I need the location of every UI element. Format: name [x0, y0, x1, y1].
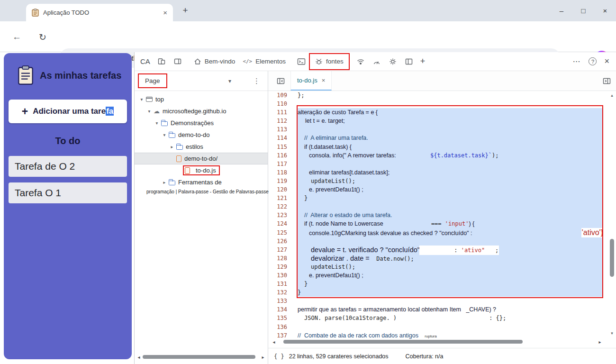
editor-vertical-scrollbar[interactable]: ▴ ▾	[609, 93, 615, 336]
tab-sources[interactable]: fontes	[315, 58, 344, 65]
code-line-126[interactable]	[298, 237, 603, 246]
code-line-133[interactable]	[298, 297, 603, 305]
code-line-123[interactable]: // Alterar o estado de uma tarefa.	[298, 211, 603, 219]
close-button[interactable]: ×	[594, 0, 616, 21]
code-line-115[interactable]: if (t.dataset.task) {	[298, 143, 603, 151]
tree-item-demo-to-do[interactable]: ▾demo-to-do	[135, 129, 268, 141]
code-line-131[interactable]: }	[298, 280, 603, 288]
scrollbar-thumb[interactable]	[143, 355, 255, 359]
scroll-left-icon[interactable]: ◂	[271, 339, 277, 345]
code-segment: if (t.dataset.task) {	[304, 143, 352, 151]
code-line-125[interactable]: console.10gCMarking task devalue as chec…	[298, 228, 603, 237]
tree-item-microsoftedge-github-io[interactable]: ▾☁microsoftedge.github.io	[135, 105, 268, 117]
navigator-horizontal-scrollbar[interactable]: ◂ ▸	[136, 353, 266, 361]
line-number: 118	[268, 168, 287, 177]
devtools-more-icon[interactable]: ⋯	[572, 57, 580, 66]
chevron-down-icon[interactable]: ▾	[138, 97, 145, 102]
tab-page[interactable]: Page	[139, 74, 166, 87]
more-options-icon[interactable]: ⋮	[253, 77, 260, 85]
devtools-close-icon[interactable]: ×	[604, 56, 609, 66]
browser-tab[interactable]: Aplicação TODO ×	[26, 4, 173, 21]
maximize-button[interactable]: □	[572, 0, 594, 21]
console-drawer-icon[interactable]	[297, 58, 306, 65]
help-icon[interactable]: ?	[589, 57, 597, 65]
network-icon[interactable]	[357, 58, 364, 65]
code-line-120[interactable]: e. preventDefau1t() ;	[298, 185, 603, 194]
task-item[interactable]: Tarefa de O 2	[9, 156, 127, 177]
tree-item-estilos[interactable]: ▸estilos	[135, 141, 268, 153]
code-line-134[interactable]: permitir que as tarefas = armazenamento …	[298, 305, 603, 314]
code-line-135[interactable]: JSON. parse(10ca1Storage. ) : {};	[298, 314, 603, 322]
more-tabs-icon[interactable]: +	[420, 56, 426, 66]
minimize-button[interactable]: –	[551, 0, 572, 21]
settings-gear-icon[interactable]	[389, 58, 397, 65]
scrollbar-thumb[interactable]	[610, 239, 614, 277]
chevron-down-icon[interactable]: ▾	[161, 132, 168, 137]
chevron-right-icon[interactable]: ▸	[161, 180, 168, 185]
add-task-button[interactable]: + Adicionar uma tarefa	[9, 100, 127, 123]
code-line-129[interactable]: updateList();	[298, 263, 603, 271]
line-number: 123	[268, 211, 287, 219]
scroll-right-icon[interactable]: ▸	[597, 339, 603, 345]
tree-item-top[interactable]: ▾top	[135, 93, 268, 105]
chevron-down-icon[interactable]: ▾	[146, 109, 153, 114]
editor-tab-todojs[interactable]: to-do.js ×	[290, 71, 332, 91]
code-line-117[interactable]	[298, 160, 603, 168]
code-line-130[interactable]: e. preventDefau1t() ;	[298, 271, 603, 280]
code-line-128[interactable]: devalorizar . date = Date.now();	[298, 254, 603, 263]
tree-item-label: top	[155, 96, 164, 103]
line-number: 124	[268, 219, 287, 228]
tree-item-label: demo-to-do	[178, 131, 209, 138]
hide-navigator-icon[interactable]	[277, 77, 285, 85]
code-line-127[interactable]: devalue = t. verificado ? "concluído" : …	[298, 246, 603, 254]
line-number: 134	[268, 305, 287, 314]
new-tab-button[interactable]: +	[179, 4, 191, 17]
refresh-icon[interactable]: ↻	[39, 32, 46, 43]
code-line-109[interactable]: };	[298, 91, 603, 100]
task-item[interactable]: Tarefa O 1	[9, 182, 127, 203]
code-line-110[interactable]	[298, 100, 603, 108]
code-line-114[interactable]: // A eliminar uma tarefa.	[298, 134, 603, 142]
tab-welcome-label: Bem-vindo	[205, 58, 236, 65]
code-line-112[interactable]: let t = e. target;	[298, 117, 603, 125]
code-line-116[interactable]: consola. info(" A remover tarefas: ${t.d…	[298, 151, 603, 160]
tree-item-to-do-js[interactable]: to-do.js	[135, 164, 268, 176]
code-line-136[interactable]	[298, 323, 603, 331]
performance-icon[interactable]	[373, 58, 380, 65]
layout-icon[interactable]	[405, 58, 413, 65]
editor-tab-close-icon[interactable]: ×	[322, 77, 326, 84]
code-line-124[interactable]: if (t. node Name to Lowercase === 'input…	[298, 219, 603, 228]
code-line-132[interactable]: }	[298, 288, 603, 297]
code-line-121[interactable]: }	[298, 194, 603, 202]
scroll-right-icon[interactable]: ▸	[260, 355, 266, 360]
code-area[interactable]: 1091101111121131141151161171181191201211…	[268, 91, 606, 339]
tree-item-ferramentas-de[interactable]: ▸Ferramentas de	[135, 176, 268, 188]
code-line-119[interactable]: updateList();	[298, 177, 603, 185]
scroll-down-icon[interactable]: ▾	[609, 331, 615, 336]
inspect-label[interactable]: CA	[140, 57, 150, 65]
scrollbar-track[interactable]	[277, 338, 597, 346]
chevron-down-icon[interactable]: ▾	[228, 78, 231, 84]
back-icon[interactable]: ←	[12, 32, 21, 42]
tree-item-demonstra-es[interactable]: ▾Demonstrações	[135, 117, 268, 129]
code-line-122[interactable]	[298, 202, 603, 211]
scrollbar-track[interactable]	[142, 353, 260, 361]
tree-item-demo-to-do[interactable]: demo-to-do/	[135, 153, 268, 164]
scrollbar-thumb[interactable]	[283, 340, 523, 344]
line-number: 127	[268, 246, 287, 254]
chevron-right-icon[interactable]: ▸	[169, 144, 175, 149]
editor-horizontal-scrollbar[interactable]: ◂ ▸	[271, 338, 603, 346]
device-toolbar-icon[interactable]	[158, 58, 165, 65]
show-debugger-icon[interactable]	[603, 77, 611, 85]
tab-close-icon[interactable]: ×	[163, 9, 167, 17]
code-line-118[interactable]: eliminar tarefas[t.dataset.task];	[298, 168, 603, 177]
chevron-down-icon[interactable]: ▾	[154, 120, 160, 126]
code-line-111[interactable]: alteração de custo Tarefa = e {	[298, 108, 603, 117]
scroll-left-icon[interactable]: ◂	[136, 355, 142, 360]
tab-elements[interactable]: </> Elementos	[243, 58, 286, 65]
pretty-print-icon[interactable]: { }	[274, 353, 284, 360]
dock-side-icon[interactable]	[174, 58, 181, 65]
code-line-113[interactable]	[298, 125, 603, 134]
tab-welcome[interactable]: Bem-vindo	[194, 58, 236, 65]
scroll-up-icon[interactable]: ▴	[609, 93, 615, 98]
